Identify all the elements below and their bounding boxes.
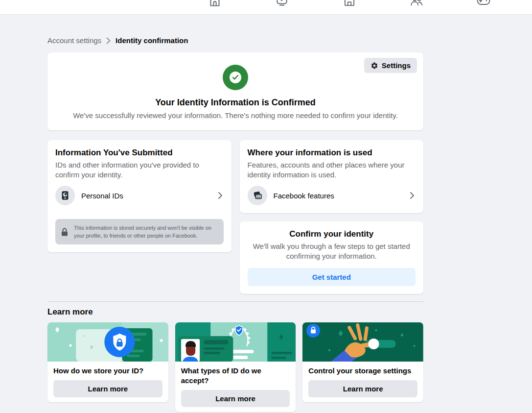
secure-storage-note-text: This information is stored securely and … (74, 224, 218, 240)
learn-more-card-store-id: How do we store your ID? Learn more (47, 322, 168, 402)
confirm-identity-card: Confirm your identity We'll walk you thr… (240, 221, 424, 294)
information-submitted-card: Information You've Submitted IDs and oth… (47, 140, 231, 252)
chevron-right-icon (410, 192, 416, 199)
breadcrumb: Account settings Identity confirmation (47, 36, 423, 45)
secure-storage-note: This information is stored securely and … (55, 219, 224, 244)
lock-icon (61, 228, 68, 236)
learn-more-card-storage-settings: Control your storage settings Learn more (302, 322, 423, 402)
learn-card-title: What types of ID do we accept? (181, 366, 290, 386)
learn-more-cards-row: How do we store your ID? Learn more (47, 322, 423, 412)
watch-icon[interactable] (275, 0, 289, 8)
marketplace-icon[interactable] (342, 0, 357, 8)
confirm-identity-description: We'll walk you through a few steps to ge… (248, 242, 416, 261)
id-badge-icon (55, 186, 75, 205)
chevron-right-icon (218, 192, 224, 199)
learn-more-button[interactable]: Learn more (308, 380, 417, 397)
page-title: Your Identity Information is Confirmed (55, 97, 416, 108)
learn-more-card-id-types: What types of ID do we accept? Learn mor… (175, 322, 296, 412)
get-started-button[interactable]: Get started (248, 268, 416, 286)
id-card-illustration (175, 322, 296, 362)
learn-card-title: How do we store your ID? (53, 366, 162, 376)
where-used-description: Features, accounts and other places wher… (248, 160, 416, 180)
facebook-features-label: Facebook features (274, 192, 410, 200)
breadcrumb-account-settings[interactable]: Account settings (47, 36, 101, 45)
personal-ids-row[interactable]: Personal IDs (55, 186, 224, 205)
where-used-title: Where your information is used (248, 148, 416, 158)
page-description: We've successfully reviewed your informa… (63, 111, 408, 121)
confirmed-check-badge (223, 65, 248, 90)
shield-lock-illustration (47, 322, 168, 362)
facebook-features-row[interactable]: Facebook features (248, 186, 416, 205)
checkmark-icon (230, 72, 241, 83)
right-column: Where your information is used Features,… (240, 140, 424, 294)
breadcrumb-chevron-icon (106, 37, 111, 44)
learn-more-button[interactable]: Learn more (53, 380, 162, 397)
learn-card-title: Control your storage settings (308, 366, 417, 376)
identity-confirmed-card: Settings Your Identity Information is Co… (47, 52, 423, 130)
settings-button-label: Settings (382, 61, 411, 70)
home-icon[interactable] (208, 0, 222, 8)
toggle-hand-illustration (302, 322, 423, 362)
info-panels-row: Information You've Submitted IDs and oth… (47, 140, 423, 294)
groups-icon[interactable] (409, 0, 424, 8)
learn-more-heading: Learn more (47, 307, 423, 317)
confirm-identity-title: Confirm your identity (248, 229, 416, 239)
gear-icon (370, 62, 378, 70)
top-navigation-bar (0, 0, 532, 15)
information-submitted-description: IDs and other information you've provide… (55, 160, 224, 180)
settings-button[interactable]: Settings (364, 58, 417, 73)
section-divider (47, 301, 423, 302)
gaming-icon[interactable] (476, 0, 491, 8)
main-content: Account settings Identity confirmation S… (47, 15, 423, 412)
stacked-cards-icon (248, 186, 267, 205)
where-information-used-card: Where your information is used Features,… (240, 140, 424, 213)
information-submitted-title: Information You've Submitted (55, 148, 224, 158)
breadcrumb-current-page: Identity confirmation (116, 36, 188, 45)
learn-more-button[interactable]: Learn more (181, 390, 290, 407)
personal-ids-label: Personal IDs (81, 192, 218, 200)
